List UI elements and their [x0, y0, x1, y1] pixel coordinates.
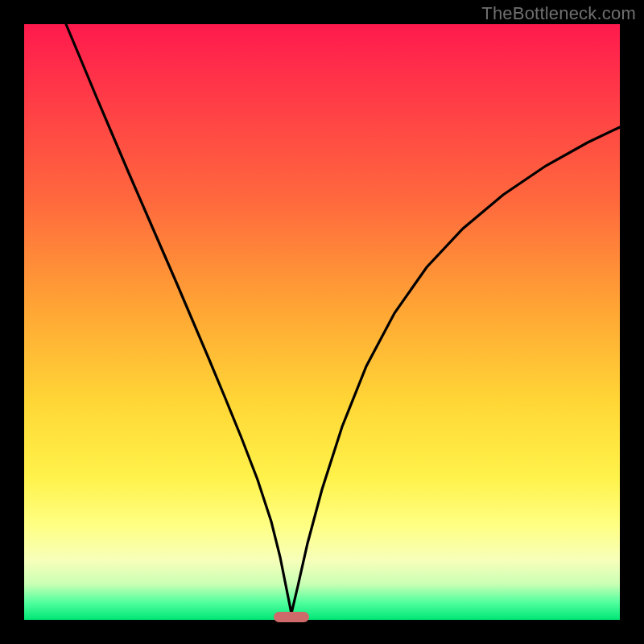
bottleneck-marker: [274, 612, 309, 622]
watermark-text: TheBottleneck.com: [481, 3, 636, 24]
chart-frame: TheBottleneck.com: [0, 0, 644, 644]
left-curve: [66, 24, 291, 613]
right-curve: [291, 127, 620, 613]
curve-layer: [24, 24, 620, 620]
plot-area: [24, 24, 620, 620]
